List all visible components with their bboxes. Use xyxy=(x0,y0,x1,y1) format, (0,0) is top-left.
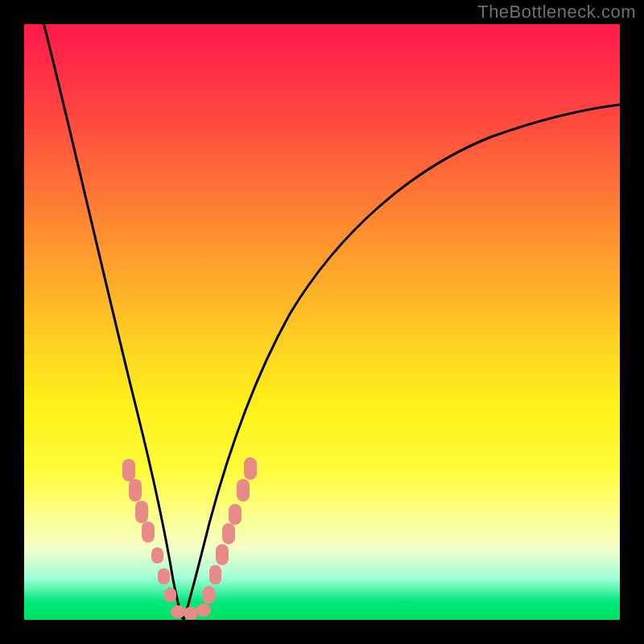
marker-point xyxy=(203,586,215,604)
marker-point xyxy=(229,504,242,525)
marker-point xyxy=(222,523,235,544)
marker-point xyxy=(164,588,176,602)
plot-area xyxy=(24,24,620,620)
marker-point xyxy=(129,479,142,502)
watermark-text: TheBottleneck.com xyxy=(477,2,636,23)
marker-point xyxy=(135,501,148,523)
marker-point xyxy=(237,479,250,502)
marker-point xyxy=(196,604,211,617)
highlight-markers xyxy=(24,24,620,620)
marker-point xyxy=(171,605,185,618)
marker-point xyxy=(151,547,163,564)
marker-point xyxy=(122,459,135,481)
marker-point xyxy=(158,568,170,584)
marker-point xyxy=(216,544,229,565)
chart-container: TheBottleneck.com xyxy=(0,0,644,644)
marker-point xyxy=(209,565,221,584)
marker-point xyxy=(142,522,155,543)
marker-point xyxy=(244,457,257,480)
marker-point xyxy=(184,607,198,620)
